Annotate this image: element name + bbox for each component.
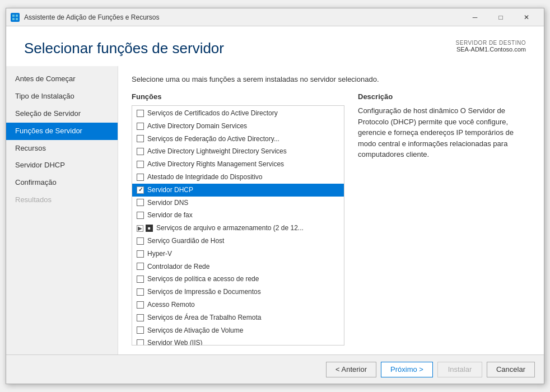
- page-title: Selecionar funções de servidor: [24, 40, 224, 57]
- checkbox[interactable]: [137, 301, 144, 309]
- list-item-label: Servidor de fax: [147, 211, 193, 220]
- checkbox[interactable]: [137, 314, 144, 321]
- checkbox[interactable]: [137, 237, 144, 245]
- sidebar-item-4[interactable]: Recursos: [6, 140, 118, 157]
- list-item-label: Servidor DNS: [147, 198, 188, 208]
- server-name: SEA-ADM1.Contoso.com: [456, 46, 526, 53]
- list-item[interactable]: Serviços de política e acesso de rede: [132, 273, 344, 286]
- sidebar: Antes de ComeçarTipo de InstalaçãoSeleçã…: [6, 66, 118, 354]
- checkbox[interactable]: [137, 135, 144, 142]
- list-item[interactable]: Serviço Guardião de Host: [132, 235, 344, 248]
- back-button[interactable]: < Anterior: [326, 362, 376, 377]
- checkbox[interactable]: [137, 199, 144, 206]
- server-label: SERVIDOR DE DESTINO: [456, 40, 526, 46]
- instruction-text: Selecione uma ou mais funções a serem in…: [132, 75, 530, 83]
- list-item-label: Acesso Remoto: [147, 300, 195, 310]
- list-item-label: Active Directory Domain Services: [147, 122, 247, 131]
- list-item-label: Serviços de Área de Trabalho Remota: [147, 313, 261, 323]
- svg-rect-2: [12, 18, 15, 20]
- list-item[interactable]: Servidor DNS: [132, 197, 344, 209]
- description-text: Configuração de host dinâmico O Servidor…: [358, 105, 530, 160]
- checkbox[interactable]: [137, 174, 144, 181]
- list-item-label: Hyper-V: [147, 249, 172, 259]
- main-content: Selecione uma ou mais funções a serem in…: [118, 66, 544, 354]
- svg-rect-0: [12, 15, 15, 17]
- main-area: Antes de ComeçarTipo de InstalaçãoSeleçã…: [6, 66, 544, 354]
- list-item[interactable]: Servidor de fax: [132, 209, 344, 222]
- list-item-label: Serviço Guardião de Host: [147, 236, 224, 246]
- sidebar-item-2[interactable]: Seleção de Servidor: [6, 105, 118, 123]
- list-item[interactable]: Active Directory Rights Management Servi…: [132, 158, 344, 171]
- list-item[interactable]: Atestado de Integridade do Dispositivo: [132, 171, 344, 184]
- window-title: Assistente de Adição de Funções e Recurs…: [24, 13, 462, 21]
- functions-header: Funções: [132, 92, 344, 101]
- main-window: Assistente de Adição de Funções e Recurs…: [6, 8, 544, 384]
- list-item-label: Servidor Web (IIS): [147, 338, 202, 345]
- checkbox[interactable]: [137, 263, 144, 270]
- columns: Funções Serviços de Certificados do Acti…: [132, 92, 530, 346]
- content-area: Selecionar funções de servidor SERVIDOR …: [6, 26, 544, 384]
- list-item[interactable]: Controlador de Rede: [132, 260, 344, 273]
- list-item-label: Serviços de Federação do Active Director…: [147, 134, 279, 144]
- checkbox[interactable]: [137, 212, 144, 219]
- functions-column: Funções Serviços de Certificados do Acti…: [132, 92, 344, 346]
- list-item-label: Active Directory Rights Management Servi…: [147, 160, 284, 169]
- sidebar-item-6[interactable]: Confirmação: [6, 174, 118, 192]
- description-column: Descrição Configuração de host dinâmico …: [358, 92, 530, 346]
- sidebar-item-5[interactable]: Servidor DHCP: [6, 157, 118, 174]
- list-item-label: Serviços de Ativação de Volume: [147, 326, 243, 335]
- list-item-label: Servidor DHCP: [147, 185, 193, 195]
- list-item[interactable]: Serviços de Impressão e Documentos: [132, 286, 344, 298]
- titlebar: Assistente de Adição de Funções e Recurs…: [6, 8, 544, 26]
- sidebar-item-0[interactable]: Antes de Começar: [6, 71, 118, 88]
- sidebar-item-1[interactable]: Tipo de Instalação: [6, 88, 118, 105]
- maximize-button[interactable]: □: [488, 8, 514, 26]
- list-item[interactable]: ▶Serviços de arquivo e armazenamento (2 …: [132, 222, 344, 235]
- checkbox[interactable]: [137, 326, 144, 334]
- list-item-label: Serviços de arquivo e armazenamento (2 d…: [156, 223, 304, 233]
- server-info: SERVIDOR DE DESTINO SEA-ADM1.Contoso.com: [456, 40, 526, 53]
- list-item[interactable]: Active Directory Lightweight Directory S…: [132, 145, 344, 158]
- list-item[interactable]: Servidor DHCP: [132, 184, 344, 197]
- list-item-label: Serviços de Certificados do Active Direc…: [147, 109, 278, 118]
- svg-rect-3: [16, 18, 18, 20]
- checkbox[interactable]: [137, 339, 144, 345]
- list-item[interactable]: Serviços de Área de Trabalho Remota: [132, 311, 344, 324]
- checkbox[interactable]: [137, 123, 144, 130]
- list-item[interactable]: Hyper-V: [132, 248, 344, 260]
- next-button[interactable]: Próximo >: [381, 362, 433, 377]
- list-item[interactable]: Serviços de Ativação de Volume: [132, 324, 344, 337]
- list-item[interactable]: Active Directory Domain Services: [132, 120, 344, 133]
- list-item-label: Serviços de Impressão e Documentos: [147, 287, 261, 297]
- footer: < Anterior Próximo > Instalar Cancelar: [6, 354, 544, 384]
- page-header: Selecionar funções de servidor SERVIDOR …: [6, 26, 544, 66]
- checkbox[interactable]: [137, 186, 144, 194]
- window-controls: ─ □ ✕: [462, 8, 539, 26]
- checkbox[interactable]: [146, 225, 153, 232]
- functions-list[interactable]: Serviços de Certificados do Active Direc…: [132, 106, 344, 345]
- app-icon: [11, 13, 20, 22]
- minimize-button[interactable]: ─: [462, 8, 488, 26]
- checkbox[interactable]: [137, 148, 144, 155]
- checkbox[interactable]: [137, 161, 144, 168]
- close-button[interactable]: ✕: [514, 8, 539, 26]
- list-item-label: Serviços de política e acesso de rede: [147, 274, 259, 284]
- list-item[interactable]: Serviços de Federação do Active Director…: [132, 133, 344, 146]
- sidebar-item-3[interactable]: Funções de Servidor: [6, 123, 118, 140]
- checkbox[interactable]: [137, 110, 144, 117]
- cancel-button[interactable]: Cancelar: [487, 362, 535, 377]
- list-item[interactable]: Servidor Web (IIS): [132, 337, 344, 345]
- functions-list-container: Serviços de Certificados do Active Direc…: [132, 105, 344, 346]
- sidebar-item-7: Resultados: [6, 192, 118, 209]
- install-button: Instalar: [437, 362, 482, 377]
- list-item-label: Atestado de Integridade do Dispositivo: [147, 172, 262, 182]
- list-item[interactable]: Serviços de Certificados do Active Direc…: [132, 107, 344, 120]
- list-item-label: Active Directory Lightweight Directory S…: [147, 147, 287, 156]
- list-item-label: Controlador de Rede: [147, 262, 209, 272]
- list-item[interactable]: Acesso Remoto: [132, 298, 344, 311]
- checkbox[interactable]: [137, 250, 144, 258]
- description-header: Descrição: [358, 92, 530, 101]
- checkbox[interactable]: [137, 288, 144, 296]
- checkbox[interactable]: [137, 276, 144, 283]
- expand-icon[interactable]: ▶: [137, 225, 143, 232]
